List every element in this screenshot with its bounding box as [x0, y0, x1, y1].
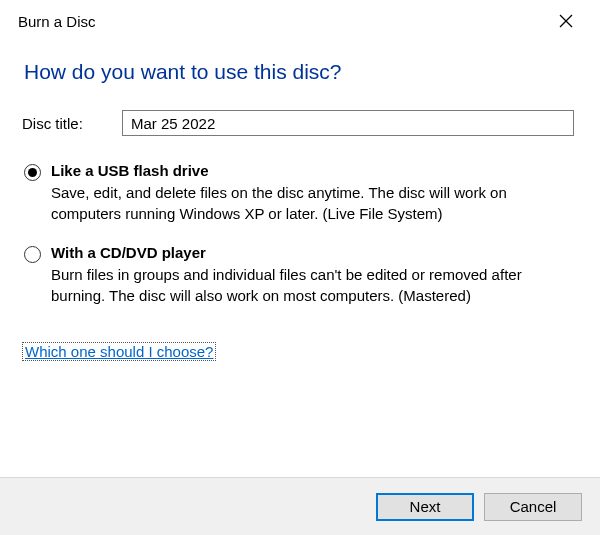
option-title: With a CD/DVD player: [51, 244, 574, 261]
option-title: Like a USB flash drive: [51, 162, 574, 179]
disc-title-row: Disc title:: [22, 110, 574, 136]
option-usb-flash-drive[interactable]: Like a USB flash drive Save, edit, and d…: [22, 162, 574, 224]
option-body: Like a USB flash drive Save, edit, and d…: [51, 162, 574, 224]
help-link[interactable]: Which one should I choose?: [22, 342, 216, 361]
next-button[interactable]: Next: [376, 493, 474, 521]
option-body: With a CD/DVD player Burn files in group…: [51, 244, 574, 306]
cancel-button[interactable]: Cancel: [484, 493, 582, 521]
dialog-heading: How do you want to use this disc?: [22, 60, 574, 84]
radio-usb-flash-drive[interactable]: [24, 164, 41, 181]
disc-title-label: Disc title:: [22, 115, 122, 132]
close-button[interactable]: [546, 5, 586, 37]
radio-cd-dvd-player[interactable]: [24, 246, 41, 263]
option-desc: Save, edit, and delete files on the disc…: [51, 182, 574, 224]
dialog-footer: Next Cancel: [0, 477, 600, 535]
option-desc: Burn files in groups and individual file…: [51, 264, 574, 306]
dialog-content: How do you want to use this disc? Disc t…: [0, 42, 600, 369]
window-title: Burn a Disc: [18, 13, 96, 30]
title-bar: Burn a Disc: [0, 0, 600, 42]
close-icon: [559, 14, 573, 28]
disc-title-input[interactable]: [122, 110, 574, 136]
option-cd-dvd-player[interactable]: With a CD/DVD player Burn files in group…: [22, 244, 574, 306]
